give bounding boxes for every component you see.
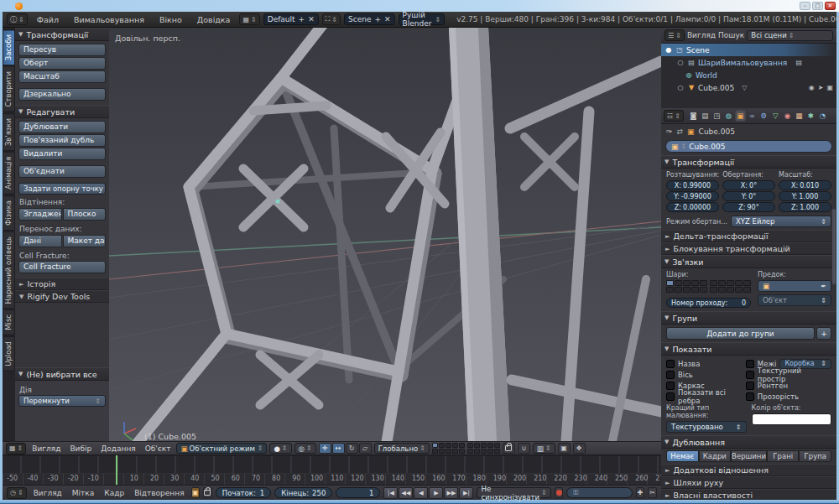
layer-cell[interactable] [432, 449, 438, 454]
check-texture-space[interactable]: Текстурний простір [746, 369, 831, 380]
render-opengl-icon[interactable]: ▣ [558, 443, 571, 454]
tab-render-layers-icon[interactable]: ▤ [700, 110, 711, 122]
properties-scrollbar[interactable] [832, 209, 836, 284]
dupli-faces-button[interactable]: Грані [767, 450, 800, 462]
layer-cell[interactable] [718, 287, 726, 293]
timeline-editor[interactable]: -50-40-30-20-101020304050607080901001101… [3, 455, 661, 500]
mode-select[interactable]: ▣ Об'єктний режим ⇕ [176, 443, 267, 454]
viewport-editor-type-button[interactable]: ▦⇕ [6, 443, 26, 455]
layer-cell[interactable] [700, 280, 707, 286]
panel-duplication-header[interactable]: ▼Дублювання [661, 435, 836, 449]
viewport-menu-select[interactable]: Вибір [66, 444, 95, 453]
menu-render[interactable]: Вимальовування [68, 13, 150, 26]
panel-display-header[interactable]: ▼Показати [661, 342, 836, 356]
outliner-row-world[interactable]: ◍ World [661, 69, 836, 81]
tab-material-icon[interactable]: ◉ [782, 110, 793, 122]
layer-cell[interactable] [446, 443, 451, 448]
layer-cell[interactable] [666, 280, 674, 286]
screen-layout-icon[interactable]: ▦⇕ [239, 13, 259, 25]
tab-grease-pencil[interactable]: Нарисний олівець [3, 231, 15, 309]
layer-cell[interactable] [743, 280, 751, 286]
viewport-3d[interactable]: Довільн. персп. (1) Cube.005 [109, 28, 661, 441]
layer-cell[interactable] [439, 449, 445, 454]
layer-cell[interactable] [452, 443, 458, 448]
scene-icon[interactable]: ⛶⇕ [322, 13, 341, 25]
check-name[interactable]: Назва [666, 358, 741, 369]
keying-set-field[interactable]: ⚿ [566, 487, 632, 498]
layer-cell[interactable] [727, 280, 734, 286]
layer-cell[interactable] [683, 287, 690, 293]
tab-object-icon[interactable]: ▣ [735, 110, 746, 122]
panel-transform-props-header[interactable]: ▼Трансформації [661, 155, 836, 169]
tab-data-icon[interactable]: ▽ [770, 110, 781, 122]
check-all-edges[interactable]: Показати всі ребра [666, 391, 741, 402]
layer-cell[interactable] [691, 280, 699, 286]
operator-action-dropdown[interactable]: Перемкнути⇕ [18, 395, 106, 407]
info-editor-type-button[interactable]: ⓘ⇕ [7, 13, 28, 25]
cell-fracture-button[interactable]: Cell Fracture [18, 261, 106, 273]
timeline-menu-frame[interactable]: Кадр [101, 489, 128, 497]
visibility-eye-icon[interactable]: ◉ [809, 84, 815, 91]
panel-rigify-header[interactable]: ▼Rigify Dev Tools [15, 290, 109, 303]
tab-modifiers-icon[interactable]: ⚙ [758, 110, 769, 122]
tab-world-icon[interactable]: ◍ [723, 110, 734, 122]
outliner-row-renderlayers[interactable]: ○ ▤ ШариВимальовування ▤ [661, 56, 836, 69]
menu-window[interactable]: Вікно [154, 13, 188, 26]
engine-select[interactable]: Рушій Blender ⇕ [399, 13, 446, 25]
tab-animation[interactable]: Анімація [3, 152, 15, 195]
layer-cell[interactable] [432, 443, 438, 448]
snap-magnet-icon[interactable]: ∪ [518, 443, 530, 454]
duplicate-linked-button[interactable]: Пов'язаний дубль [18, 134, 106, 147]
join-button[interactable]: Об'єднати [18, 165, 106, 178]
set-origin-dropdown[interactable]: Задати опорну точку⇕ [18, 183, 106, 195]
orientation-select[interactable]: Глобально⇕ [374, 443, 430, 454]
shading-select[interactable]: ●⇕ [269, 443, 291, 454]
layer-cell[interactable] [494, 443, 500, 448]
tab-scene-icon[interactable]: ◳ [711, 110, 722, 122]
outliner-menu-search[interactable]: Пошук [718, 31, 744, 39]
scale-z-field[interactable]: Z:1.000 [779, 202, 831, 212]
scale-y-field[interactable]: Y:1.000 [779, 191, 831, 201]
layer-cell[interactable] [452, 449, 458, 454]
outliner-row-cube[interactable]: ○ ▼ Cube.005 ▽ ◉ ➤ ▣ [661, 81, 836, 94]
timeline-menu-playback[interactable]: Відтворення [131, 489, 187, 497]
add-to-group-button[interactable]: Додати до групи [666, 327, 815, 340]
delete-keyframe-icon[interactable]: ✂ [648, 487, 657, 498]
tab-render-icon[interactable]: ◙ [688, 110, 699, 122]
translate-button[interactable]: Пересув [18, 44, 106, 56]
rot-x-field[interactable]: X:0° [722, 180, 775, 190]
layer-cell[interactable] [735, 280, 743, 286]
os-titlebar[interactable]: – ▢ ✕ [0, 0, 839, 12]
tab-particles-icon[interactable]: ✱ [805, 110, 816, 122]
timeline-menu-view[interactable]: Вигляд [30, 489, 65, 497]
layer-cell[interactable] [700, 287, 707, 293]
viewport-menu-add[interactable]: Додання [97, 444, 138, 453]
properties-editor-type-button[interactable]: ☷⇕ [664, 110, 684, 122]
play-reverse-button[interactable]: ◀ [414, 487, 428, 499]
dupli-group-button[interactable]: Група [799, 450, 831, 462]
layer-cell[interactable] [481, 449, 487, 454]
viewport-menu-view[interactable]: Вигляд [29, 444, 64, 453]
tab-constraints-icon[interactable]: ∞ [747, 110, 758, 122]
layer-cell[interactable] [481, 443, 487, 448]
scene-close-icon[interactable]: ✕ [384, 15, 391, 23]
tab-physics[interactable]: Фізика [3, 195, 15, 231]
rotation-mode-select[interactable]: XYZ Ейлер⇕ [731, 216, 831, 227]
pivot-select[interactable]: ◎⇕ [294, 443, 316, 454]
layer-cell[interactable] [666, 287, 674, 293]
outliner-menu-view[interactable]: Вигляд [687, 31, 716, 39]
mirror-button[interactable]: Дзеркально [18, 88, 106, 101]
scene-field[interactable]: Scene + ✕ [344, 13, 395, 25]
scale-button[interactable]: Масштаб [18, 70, 106, 83]
scene-add-icon[interactable]: + [374, 15, 381, 23]
timeline-editor-type-button[interactable]: ◷⇕ [7, 487, 27, 499]
menu-file[interactable]: Файл [31, 13, 65, 26]
layer-cell[interactable] [459, 449, 465, 454]
expand-icon[interactable]: ● [664, 46, 673, 54]
tab-create[interactable]: Створити [3, 66, 15, 112]
rot-z-field[interactable]: Z:90° [722, 202, 775, 212]
pin-icon[interactable]: ✑ [666, 127, 673, 136]
panel-delta-transform-header[interactable]: ►Дельта-трансформації [661, 230, 836, 242]
tab-misc[interactable]: Misc [3, 309, 15, 335]
layer-cell[interactable] [675, 280, 682, 286]
